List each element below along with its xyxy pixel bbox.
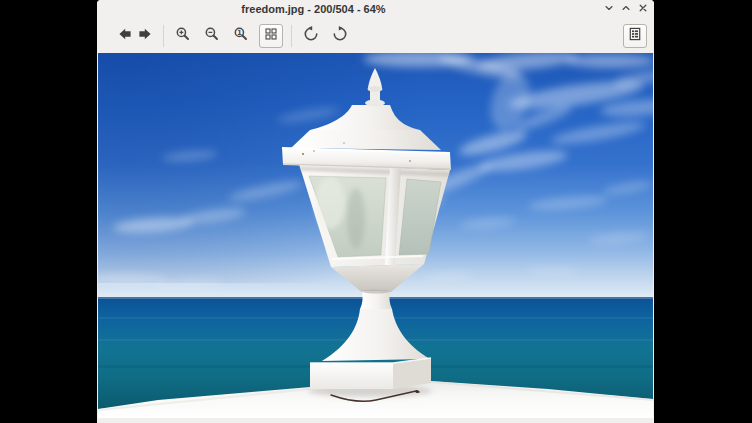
image-gallery-button[interactable] <box>623 24 647 48</box>
arrow-left-icon <box>117 26 133 45</box>
next-image-button[interactable] <box>135 24 155 48</box>
close-button[interactable] <box>637 3 649 15</box>
magnifier-minus-icon <box>204 26 220 45</box>
toolbar-separator <box>163 25 164 47</box>
minimize-button[interactable] <box>603 3 615 15</box>
arrow-right-icon <box>137 26 153 45</box>
fit-to-window-icon <box>263 26 279 45</box>
best-fit-button[interactable] <box>259 24 283 48</box>
image-viewport[interactable] <box>98 53 653 418</box>
gallery-icon <box>627 26 643 45</box>
rotate-clockwise-button[interactable] <box>329 24 351 48</box>
rotate-ccw-icon <box>303 26 319 45</box>
zoom-original-button[interactable]: 1 <box>230 24 252 48</box>
chevron-up-icon <box>620 0 632 18</box>
toolbar: 1 <box>97 18 654 53</box>
titlebar[interactable]: freedom.jpg - 200/504 - 64% <box>97 0 654 18</box>
window-title: freedom.jpg - 200/504 - 64% <box>97 0 530 18</box>
window-controls <box>603 0 649 18</box>
svg-text:1: 1 <box>237 29 242 37</box>
magnifier-plus-icon <box>175 26 191 45</box>
magnifier-1-icon: 1 <box>233 26 249 45</box>
chevron-down-icon <box>603 0 615 18</box>
zoom-in-button[interactable] <box>172 24 194 48</box>
maximize-button[interactable] <box>620 3 632 15</box>
rotate-cw-icon <box>332 26 348 45</box>
toolbar-separator <box>291 25 292 47</box>
photo-freedom <box>98 53 653 418</box>
previous-image-button[interactable] <box>115 24 135 48</box>
image-viewer-window: freedom.jpg - 200/504 - 64% <box>97 0 654 423</box>
close-icon <box>637 0 649 18</box>
rotate-counterclockwise-button[interactable] <box>300 24 322 48</box>
zoom-out-button[interactable] <box>201 24 223 48</box>
